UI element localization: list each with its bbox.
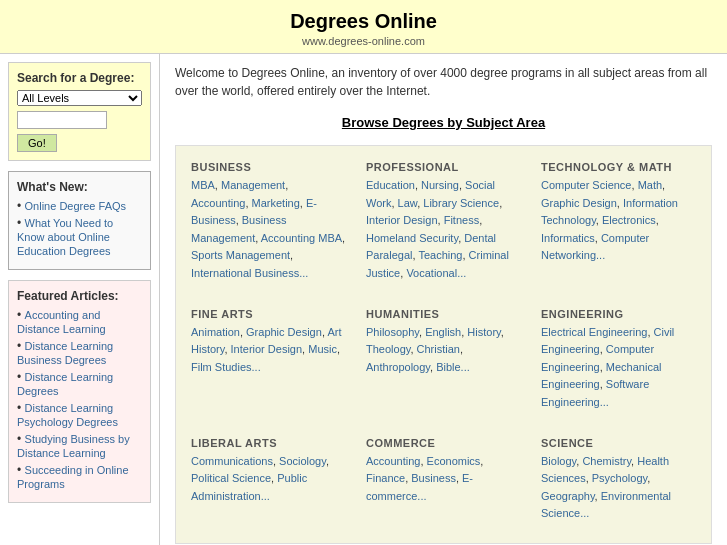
degree-link[interactable]: Communications — [191, 455, 273, 467]
degree-link[interactable]: Electronics — [602, 214, 656, 226]
engineering-heading: ENGINEERING — [541, 308, 696, 320]
whats-new-list: Online Degree FAQs What You Need to Know… — [17, 199, 142, 258]
degree-link[interactable]: Finance — [366, 472, 405, 484]
page-title: Degrees Online — [0, 10, 727, 33]
degree-cell-science: SCIENCE Biology, Chemistry, Health Scien… — [531, 427, 706, 538]
degree-link[interactable]: Management — [221, 179, 285, 191]
commerce-links: Accounting, Economics, Finance, Business… — [366, 453, 521, 506]
liberalarts-heading: LIBERAL ARTS — [191, 437, 346, 449]
degree-cell-engineering: ENGINEERING Electrical Engineering, Civi… — [531, 298, 706, 427]
degree-cell-professional: PROFESSIONAL Education, Nursing, Social … — [356, 151, 531, 298]
degree-link[interactable]: Interior Design — [366, 214, 438, 226]
professional-links: Education, Nursing, Social Work, Law, Li… — [366, 177, 521, 283]
degree-link[interactable]: Accounting — [366, 455, 420, 467]
humanities-heading: HUMANITIES — [366, 308, 521, 320]
degree-link[interactable]: Vocational... — [406, 267, 466, 279]
degree-link[interactable]: Psychology — [592, 472, 647, 484]
degree-link[interactable]: Marketing — [252, 197, 300, 209]
degree-link[interactable]: Chemistry — [582, 455, 631, 467]
levels-select[interactable]: All Levels Associate Bachelor Master Doc… — [17, 90, 142, 106]
tech-heading: TECHNOLOGY & MATH — [541, 161, 696, 173]
featured-item[interactable]: Distance Learning Business Degrees — [17, 340, 113, 366]
degree-link[interactable]: Animation — [191, 326, 240, 338]
degree-link[interactable]: International Business... — [191, 267, 308, 279]
degree-link[interactable]: Library Science — [423, 197, 499, 209]
finearts-links: Animation, Graphic Design, Art History, … — [191, 324, 346, 377]
featured-heading: Featured Articles: — [17, 289, 142, 303]
degree-link[interactable]: Computer Science — [541, 179, 632, 191]
degree-cell-humanities: HUMANITIES Philosophy, English, History,… — [356, 298, 531, 427]
humanities-links: Philosophy, English, History, Theology, … — [366, 324, 521, 377]
degree-link[interactable]: English — [425, 326, 461, 338]
featured-item[interactable]: Studying Business by Distance Learning — [17, 433, 130, 459]
degree-link[interactable]: Electrical Engineering — [541, 326, 647, 338]
tech-links: Computer Science, Math, Graphic Design, … — [541, 177, 696, 265]
degree-cell-liberalarts: LIBERAL ARTS Communications, Sociology, … — [181, 427, 356, 538]
degree-link[interactable]: Philosophy — [366, 326, 419, 338]
degree-link[interactable]: Business — [411, 472, 456, 484]
search-label: Search for a Degree: — [17, 71, 142, 85]
degree-link[interactable]: Teaching — [418, 249, 462, 261]
degree-link[interactable]: Math — [638, 179, 662, 191]
whats-new-item[interactable]: What You Need to Know about Online Educa… — [17, 217, 113, 257]
science-links: Biology, Chemistry, Health Sciences, Psy… — [541, 453, 696, 523]
degree-link[interactable]: Homeland Security — [366, 232, 458, 244]
degree-link[interactable]: Political Science — [191, 472, 271, 484]
degree-link[interactable]: Theology — [366, 343, 410, 355]
degree-link[interactable]: Sports Management — [191, 249, 290, 261]
degree-link[interactable]: Informatics — [541, 232, 595, 244]
go-button[interactable]: Go! — [17, 134, 57, 152]
whats-new-item[interactable]: Online Degree FAQs — [25, 200, 127, 212]
degree-link[interactable]: Law — [398, 197, 418, 209]
degree-link[interactable]: Graphic Design — [541, 197, 617, 209]
degree-link[interactable]: Nursing — [421, 179, 459, 191]
degree-link[interactable]: Accounting MBA — [261, 232, 342, 244]
featured-item[interactable]: Distance Learning Psychology Degrees — [17, 402, 118, 428]
featured-item[interactable]: Accounting and Distance Learning — [17, 309, 106, 335]
featured-list: Accounting and Distance Learning Distanc… — [17, 308, 142, 491]
degree-link[interactable]: Accounting — [191, 197, 245, 209]
degree-link[interactable]: Music — [308, 343, 337, 355]
degree-cell-commerce: COMMERCE Accounting, Economics, Finance,… — [356, 427, 531, 538]
business-links: MBA, Management, Accounting, Marketing, … — [191, 177, 346, 283]
degree-link[interactable]: Biology — [541, 455, 576, 467]
business-heading: BUSINESS — [191, 161, 346, 173]
degree-link[interactable]: Education — [366, 179, 415, 191]
browse-title: Browse Degrees by Subject Area — [175, 115, 712, 130]
featured-item[interactable]: Succeeding in Online Programs — [17, 464, 129, 490]
degree-link[interactable]: Christian — [417, 343, 460, 355]
whats-new-heading: What's New: — [17, 180, 142, 194]
degree-link[interactable]: Sociology — [279, 455, 326, 467]
degree-link[interactable]: History — [467, 326, 500, 338]
welcome-text: Welcome to Degrees Online, an inventory … — [175, 64, 712, 100]
degree-link[interactable]: MBA — [191, 179, 215, 191]
site-url: www.degrees-online.com — [0, 35, 727, 47]
professional-heading: PROFESSIONAL — [366, 161, 521, 173]
engineering-links: Electrical Engineering, Civil Engineerin… — [541, 324, 696, 412]
degree-cell-tech: TECHNOLOGY & MATH Computer Science, Math… — [531, 151, 706, 298]
featured-item[interactable]: Distance Learning Degrees — [17, 371, 113, 397]
degree-link[interactable]: Economics — [427, 455, 481, 467]
degree-cell-business: BUSINESS MBA, Management, Accounting, Ma… — [181, 151, 356, 298]
degree-link[interactable]: Graphic Design — [246, 326, 322, 338]
degree-link[interactable]: Bible... — [436, 361, 470, 373]
degree-link[interactable]: Interior Design — [231, 343, 303, 355]
degrees-grid: BUSINESS MBA, Management, Accounting, Ma… — [175, 145, 712, 544]
science-heading: SCIENCE — [541, 437, 696, 449]
degree-link[interactable]: Fitness — [444, 214, 479, 226]
degree-link[interactable]: Film Studies... — [191, 361, 261, 373]
commerce-heading: COMMERCE — [366, 437, 521, 449]
degree-cell-finearts: FINE ARTS Animation, Graphic Design, Art… — [181, 298, 356, 427]
degree-link[interactable]: Geography — [541, 490, 595, 502]
liberalarts-links: Communications, Sociology, Political Sci… — [191, 453, 346, 506]
degree-link[interactable]: Anthropology — [366, 361, 430, 373]
search-input[interactable] — [17, 111, 107, 129]
finearts-heading: FINE ARTS — [191, 308, 346, 320]
